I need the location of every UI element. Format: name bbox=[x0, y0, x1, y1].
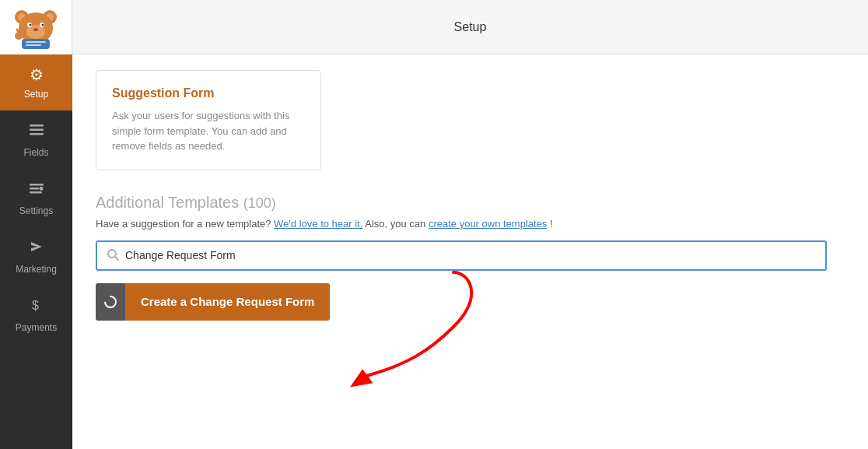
svg-point-8 bbox=[30, 23, 32, 26]
suggestion-form-desc: Ask your users for suggestions with this… bbox=[112, 108, 305, 154]
sidebar-item-label: Payments bbox=[16, 322, 57, 333]
fields-icon bbox=[28, 121, 45, 142]
suggestion-form-card[interactable]: Suggestion Form Ask your users for sugge… bbox=[96, 70, 321, 170]
sidebar-item-label: Setup bbox=[24, 89, 48, 100]
svg-rect-11 bbox=[22, 39, 50, 49]
sidebar-item-label: Fields bbox=[23, 147, 48, 158]
svg-rect-21 bbox=[30, 188, 39, 190]
svg-rect-17 bbox=[30, 125, 44, 127]
additional-templates-title: Additional Templates (100) bbox=[96, 194, 845, 212]
gear-icon: ⚙ bbox=[30, 65, 44, 84]
svg-line-16 bbox=[19, 29, 20, 33]
search-wrapper bbox=[96, 240, 827, 271]
svg-point-10 bbox=[33, 28, 38, 31]
sidebar-item-payments[interactable]: $ Payments bbox=[0, 286, 72, 344]
search-input[interactable] bbox=[125, 249, 816, 261]
topbar-title: Setup bbox=[454, 20, 487, 34]
sidebar-item-label: Settings bbox=[19, 205, 53, 216]
create-btn-spinner-icon bbox=[96, 283, 125, 321]
suggestion-form-title: Suggestion Form bbox=[112, 86, 305, 100]
sidebar-item-marketing[interactable]: Marketing bbox=[0, 227, 72, 286]
topbar: Setup bbox=[72, 0, 868, 54]
create-change-request-button[interactable]: Create a Change Request Form bbox=[125, 283, 330, 321]
sidebar-item-setup[interactable]: ⚙ Setup bbox=[0, 54, 72, 110]
svg-text:$: $ bbox=[32, 299, 39, 312]
content-area: Suggestion Form Ask your users for sugge… bbox=[72, 54, 868, 449]
svg-rect-19 bbox=[30, 133, 44, 135]
svg-point-23 bbox=[39, 187, 43, 191]
sidebar-item-label: Marketing bbox=[16, 264, 57, 275]
search-icon bbox=[107, 248, 119, 263]
template-count: (100) bbox=[243, 195, 276, 211]
svg-point-9 bbox=[42, 23, 44, 26]
sidebar-item-fields[interactable]: Fields bbox=[0, 110, 72, 169]
additional-templates-subtitle: Have a suggestion for a new template? We… bbox=[96, 218, 845, 230]
create-button-wrapper: Create a Change Request Form bbox=[96, 283, 330, 321]
svg-point-28 bbox=[105, 296, 116, 307]
svg-line-27 bbox=[115, 257, 118, 260]
sidebar-item-settings[interactable]: Settings bbox=[0, 169, 72, 227]
svg-marker-24 bbox=[31, 242, 42, 251]
marketing-icon bbox=[28, 238, 45, 259]
svg-rect-22 bbox=[30, 191, 42, 194]
svg-marker-29 bbox=[347, 368, 373, 388]
svg-rect-18 bbox=[30, 129, 44, 132]
svg-rect-20 bbox=[30, 184, 44, 186]
svg-rect-12 bbox=[26, 41, 46, 43]
hear-it-link[interactable]: We'd love to hear it. bbox=[274, 218, 362, 230]
svg-rect-13 bbox=[26, 44, 41, 46]
additional-templates-section: Additional Templates (100) Have a sugges… bbox=[96, 194, 845, 321]
payments-icon: $ bbox=[28, 296, 45, 317]
sidebar: ⚙ Setup Fields bbox=[0, 54, 72, 449]
app-logo bbox=[0, 0, 72, 54]
settings-icon bbox=[28, 180, 45, 201]
create-templates-link[interactable]: create your own templates bbox=[429, 218, 547, 230]
